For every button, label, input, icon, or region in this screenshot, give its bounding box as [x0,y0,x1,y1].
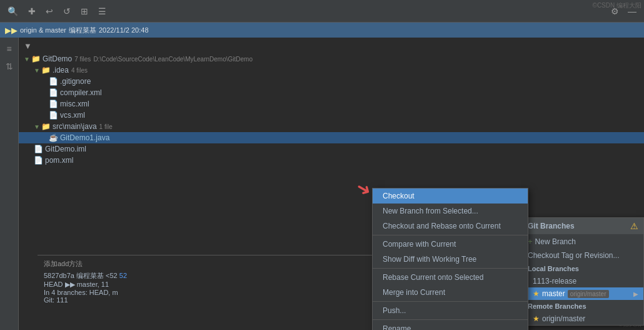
ctx-separator-2 [373,268,528,269]
ctx-item-rebase[interactable]: Rebase Current onto Selected [373,270,528,285]
commit-hash: 5827db7a 编程菜基 <52 [44,272,118,279]
root-name: GitDemo [43,54,72,63]
branch-name: origin & master [20,26,66,34]
tree-toolbar: ▼ [19,40,644,52]
sidebar-icon-1[interactable]: ≡ [4,41,14,56]
gb-origin-label: origin/master [568,290,609,298]
ctx-separator-4 [373,319,528,320]
sidebar-icon-2[interactable]: ⇅ [3,59,16,74]
idea-badge: 4 files [71,67,88,74]
tree-node-misc[interactable]: 📄 misc.xml [19,98,644,110]
ctx-item-checkout[interactable]: Checkout [373,188,528,204]
gb-plus-icon: + [528,237,533,246]
gb-remote-star-icon: ★ [533,314,540,323]
gb-local-section: Local Branches [523,262,643,275]
gb-arrow-icon: ▶ [633,291,638,297]
ctx-separator-1 [373,235,528,235]
gb-remote-origin-master[interactable]: ★ origin/master [523,312,643,325]
arrow-icon-src: ▼ [34,123,40,130]
branch-badge: ▶▶ origin & master 编程菜基 2022/11/2 20:48 [5,26,149,35]
folder-icon-src: 📁 [41,122,51,131]
gitignore-name: .gitignore [60,77,91,86]
toolbar-left: 🔍 ✚ ↩ ↺ ⊞ ☰ [5,5,109,18]
add-icon[interactable]: ✚ [26,5,38,18]
context-menu: Checkout New Branch from Selected... Che… [372,188,528,330]
misc-name: misc.xml [60,100,89,108]
tree-collapse-icon[interactable]: ▼ [24,41,32,51]
file-icon-gitignore: 📄 [49,77,58,86]
tree-node-idea[interactable]: ▼ 📁 .idea 4 files [19,64,644,76]
tree-node-gitdemo1[interactable]: ☕ GitDemo1.java [19,132,644,143]
main-area: ≡ ⇅ ▼ ▼ 📁 GitDemo 7 files D:\Code\Source… [0,38,644,330]
file-icon-misc: 📄 [49,100,58,108]
gitdemo-iml-name: GitDemo.iml [45,145,86,153]
gb-branch-1113-name: 1113-release [533,277,576,286]
gb-new-branch-label: New Branch [535,237,576,246]
gb-warning-icon: ⚠ [630,221,638,231]
ctx-item-merge[interactable]: Merge into Current [373,285,528,300]
idea-name: .idea [53,66,69,75]
tree-node-gitignore[interactable]: 📄 .gitignore [19,76,644,87]
gb-branch-master[interactable]: ★ master origin/master ▶ [523,287,643,300]
file-icon-compiler: 📄 [49,88,58,97]
gb-branch-1113[interactable]: 1113-release [523,275,643,287]
gb-checkout-tag-label: Checkout Tag or Revision... [528,251,620,260]
gb-checkout-tag-action[interactable]: Checkout Tag or Revision... [523,249,643,262]
tree-node-compiler[interactable]: 📄 compiler.xml [19,87,644,98]
branch-icon: ▶▶ [5,26,18,35]
ctx-separator-3 [373,301,528,302]
tree-node-src[interactable]: ▼ 📁 src\main\java 1 file [19,121,644,132]
commit-link[interactable]: 52 [119,272,127,279]
tree-node-gitdemo-iml[interactable]: 📄 GitDemo.iml [19,143,644,155]
folder-icon-idea: 📁 [41,66,51,75]
top-toolbar: 🔍 ✚ ↩ ↺ ⊞ ☰ ⚙ — [0,0,644,23]
status-bar: ▶▶ origin & master 编程菜基 2022/11/2 20:48 [0,23,644,38]
gb-master-name: master [542,289,565,298]
date-text: 2022/11/2 20:48 [99,26,149,34]
file-icon-gitdemo-iml: 📄 [34,145,43,153]
gb-new-branch-action[interactable]: + New Branch [523,234,643,249]
folder-icon: 📁 [31,54,41,63]
arrow-icon: ▼ [24,56,30,63]
undo-icon[interactable]: ↩ [43,5,56,18]
file-icon-vcs: 📄 [49,111,58,120]
ctx-item-diff[interactable]: Show Diff with Working Tree [373,252,528,267]
list-icon[interactable]: ☰ [96,5,109,18]
tree-node-root[interactable]: ▼ 📁 GitDemo 7 files D:\Code\SourceCode\L… [19,53,644,64]
compiler-name: compiler.xml [60,88,102,97]
ctx-item-rename[interactable]: Rename... [373,321,528,330]
arrow-icon-idea: ▼ [34,67,40,74]
file-icon-pom: 📄 [34,156,43,165]
root-badge: 7 files [74,56,91,63]
file-icon-gitdemo1: ☕ [49,133,58,142]
gb-remote-origin-name: origin/master [542,314,585,323]
src-name: src\main\java [53,122,97,131]
author-name: 编程菜基 [69,26,96,35]
ctx-item-push[interactable]: Push... [373,303,528,318]
git-branches-panel: Git Branches ⚠ + New Branch Checkout Tag… [522,217,644,326]
ctx-item-checkout-rebase[interactable]: Checkout and Rebase onto Current [373,219,528,234]
gitdemo1-name: GitDemo1.java [60,133,109,142]
ctx-item-new-branch-from[interactable]: New Branch from Selected... [373,204,528,219]
pom-name: pom.xml [45,156,73,165]
ctx-item-compare[interactable]: Compare with Current [373,237,528,252]
grid-icon[interactable]: ⊞ [78,5,91,18]
search-icon[interactable]: 🔍 [5,5,21,18]
gb-title: Git Branches [528,222,575,230]
gb-header: Git Branches ⚠ [523,218,643,234]
vcs-name: vcs.xml [60,111,85,120]
gb-star-icon: ★ [533,289,540,298]
tree-node-pom[interactable]: 📄 pom.xml [19,155,644,166]
gb-remote-section: Remote Branches [523,300,643,312]
src-badge: 1 file [99,123,113,130]
csdn-label: ©CSDN 编程大阳 [590,0,644,11]
root-path: D:\Code\SourceCode\LeanCode\MyLearnDemo\… [93,56,253,63]
left-sidebar: ≡ ⇅ [0,38,19,330]
redo-icon[interactable]: ↺ [61,5,73,18]
tree-node-vcs[interactable]: 📄 vcs.xml [19,110,644,121]
